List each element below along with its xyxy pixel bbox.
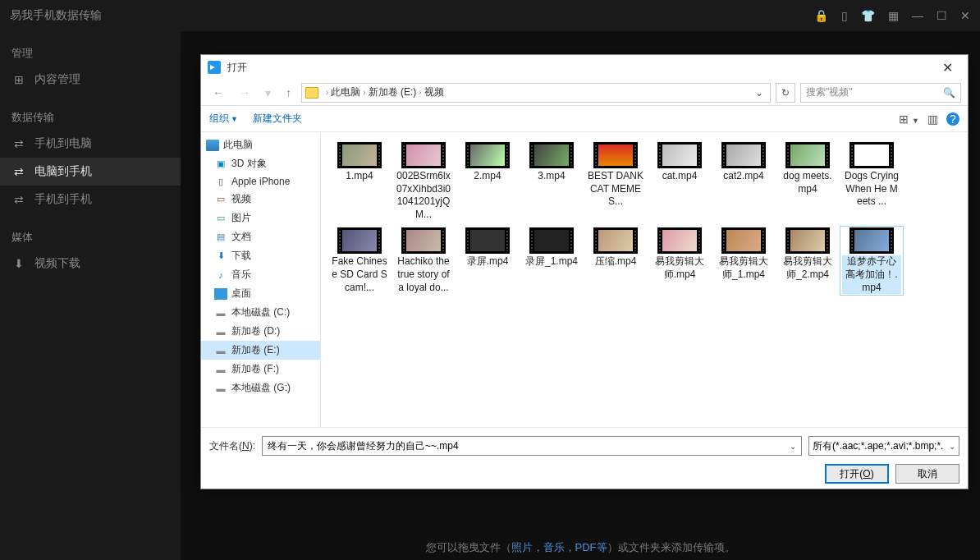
nav-recent-icon[interactable]: ▾ — [260, 85, 276, 101]
file-thumbnail — [401, 227, 446, 254]
tree-item-icon: ♪ — [214, 269, 227, 281]
search-icon: 🔍 — [943, 87, 955, 99]
tree-item-icon: ▭ — [214, 213, 227, 224]
organize-menu[interactable]: 组织 ▼ — [209, 112, 238, 126]
help-icon[interactable]: ? — [946, 112, 959, 126]
file-item[interactable]: 录屏_1.mp4 — [520, 226, 584, 296]
tree-item[interactable]: 桌面 — [201, 284, 320, 303]
file-thumbnail — [657, 142, 702, 168]
refresh-button[interactable]: ↻ — [776, 83, 795, 103]
tree-item[interactable]: ♪音乐 — [201, 265, 320, 284]
sidebar-section-title: 媒体 — [0, 223, 181, 250]
maximize-icon[interactable]: ☐ — [936, 9, 947, 22]
filename-input[interactable]: 终有一天，你会感谢曾经努力的自己~~.mp4⌄ — [262, 436, 802, 456]
file-thumbnail — [465, 227, 510, 254]
tree-item-icon: ▬ — [214, 326, 227, 337]
nav-back-icon[interactable]: ← — [208, 85, 229, 101]
close-icon[interactable]: ✕ — [960, 9, 970, 22]
file-item[interactable]: Hachiko the true story of a loyal do... — [392, 226, 456, 296]
file-label: BEST DANK CAT MEMES... — [586, 170, 645, 209]
sidebar-item[interactable]: ⇄手机到电脑 — [0, 130, 181, 158]
file-item[interactable]: 易我剪辑大师.mp4 — [648, 226, 712, 296]
tree-item[interactable]: ▬本地磁盘 (G:) — [201, 379, 320, 397]
menu-icon[interactable]: ▦ — [888, 9, 899, 22]
tree-item[interactable]: ⬇下载 — [201, 246, 320, 265]
tree-item-label: 此电脑 — [223, 138, 253, 152]
new-folder-button[interactable]: 新建文件夹 — [253, 112, 302, 126]
file-item[interactable]: 压缩.mp4 — [584, 226, 648, 296]
tree-item-icon: ▬ — [214, 383, 227, 394]
drop-hint-link[interactable]: 照片，音乐，PDF等 — [511, 541, 607, 553]
file-item[interactable]: cat.mp4 — [648, 140, 712, 223]
sidebar-item[interactable]: ⬇视频下载 — [0, 250, 181, 278]
preview-pane-icon[interactable]: ▥ — [927, 112, 938, 126]
minimize-icon[interactable]: — — [912, 9, 923, 22]
file-label: 易我剪辑大师_2.mp4 — [778, 255, 837, 281]
nav-forward-icon[interactable]: → — [234, 85, 255, 101]
file-thumbnail — [657, 227, 702, 254]
dialog-title: 打开 — [227, 61, 247, 75]
file-type-filter[interactable]: 所有(*.aac;*.ape;*.avi;*.bmp;*.⌄ — [808, 436, 959, 456]
sidebar-item-label: 视频下载 — [34, 256, 80, 271]
tree-item[interactable]: ▣3D 对象 — [201, 154, 320, 173]
file-label: 压缩.mp4 — [593, 255, 639, 269]
open-button[interactable]: 打开(O) — [825, 464, 889, 484]
tree-item[interactable]: ▯Apple iPhone — [201, 173, 320, 190]
file-item[interactable]: 3.mp4 — [520, 140, 584, 223]
file-item[interactable]: 录屏.mp4 — [456, 226, 520, 296]
sidebar-item-label: 手机到手机 — [34, 192, 92, 207]
file-item[interactable]: BEST DANK CAT MEMES... — [584, 140, 648, 223]
file-item[interactable]: 1.mp4 — [327, 140, 392, 223]
sidebar: 管理⊞内容管理数据传输⇄手机到电脑⇄电脑到手机⇄手机到手机媒体⬇视频下载 — [0, 31, 181, 560]
sidebar-item[interactable]: ⊞内容管理 — [0, 66, 181, 94]
sidebar-item[interactable]: ⇄手机到手机 — [0, 186, 181, 213]
view-mode-icon[interactable]: ⊞ ▼ — [899, 112, 919, 126]
tree-item[interactable]: ▤文档 — [201, 227, 320, 246]
tree-item[interactable]: ▭图片 — [201, 209, 320, 227]
file-thumbnail — [785, 142, 830, 168]
file-thumbnail — [529, 227, 574, 254]
dialog-close-icon[interactable]: ✕ — [934, 58, 961, 77]
tree-item[interactable]: ▬新加卷 (D:) — [201, 322, 320, 341]
dialog-toolbar: 组织 ▼ 新建文件夹 ⊞ ▼ ▥ ? — [201, 106, 968, 132]
tree-item-icon: ▬ — [214, 345, 227, 356]
dialog-app-icon — [208, 61, 221, 74]
lock-icon[interactable]: 🔒 — [814, 9, 828, 22]
tree-item[interactable]: 此电脑 — [201, 135, 320, 154]
file-thumbnail — [465, 142, 510, 168]
file-item[interactable]: Dogs Crying When He Meets ... — [840, 140, 904, 223]
tree-item-label: 视频 — [231, 192, 251, 206]
sidebar-item-label: 手机到电脑 — [34, 136, 92, 151]
tree-item[interactable]: ▬新加卷 (F:) — [201, 360, 320, 379]
search-input[interactable]: 搜索"视频" 🔍 — [800, 83, 961, 103]
file-thumbnail — [337, 142, 382, 168]
tree-item-icon: ▣ — [214, 158, 227, 170]
file-item[interactable]: 追梦赤子心 高考加油！.mp4 — [840, 226, 904, 296]
dialog-bottom: 文件名(N): 终有一天，你会感谢曾经努力的自己~~.mp4⌄ 所有(*.aac… — [201, 427, 968, 489]
file-label: 2.mp4 — [472, 170, 502, 183]
breadcrumb[interactable]: › 此电脑 › 新加卷 (E:) › 视频 ⌄ — [301, 83, 771, 103]
shirt-icon[interactable]: 👕 — [861, 9, 875, 22]
tree-item[interactable]: ▬本地磁盘 (C:) — [201, 303, 320, 322]
tree-item-label: 音乐 — [231, 268, 251, 282]
breadcrumb-dropdown-icon[interactable]: ⌄ — [752, 87, 767, 99]
file-label: 3.mp4 — [536, 170, 566, 183]
file-item[interactable]: 易我剪辑大师_1.mp4 — [712, 226, 776, 296]
nav-up-icon[interactable]: ↑ — [281, 85, 296, 101]
tree-item-icon: ▬ — [214, 307, 227, 319]
tree-item[interactable]: ▭视频 — [201, 190, 320, 209]
file-label: Dogs Crying When He Meets ... — [842, 170, 901, 209]
file-thumbnail — [529, 142, 574, 168]
file-item[interactable]: 易我剪辑大师_2.mp4 — [776, 226, 840, 296]
file-item[interactable]: 002BSrm6lx07xXihbd3i01041201yjQM... — [392, 140, 456, 223]
sidebar-item-label: 电脑到手机 — [34, 164, 92, 179]
sidebar-item[interactable]: ⇄电脑到手机 — [0, 158, 181, 186]
file-thumbnail — [849, 142, 894, 168]
file-item[interactable]: Fake Chinese SD Card Scam!... — [327, 226, 392, 296]
file-item[interactable]: cat2.mp4 — [712, 140, 776, 223]
tree-item[interactable]: ▬新加卷 (E:) — [201, 341, 320, 360]
phone-icon[interactable]: ▯ — [841, 9, 848, 22]
cancel-button[interactable]: 取消 — [895, 464, 959, 484]
file-item[interactable]: dog meets.mp4 — [776, 140, 840, 223]
file-item[interactable]: 2.mp4 — [456, 140, 520, 223]
